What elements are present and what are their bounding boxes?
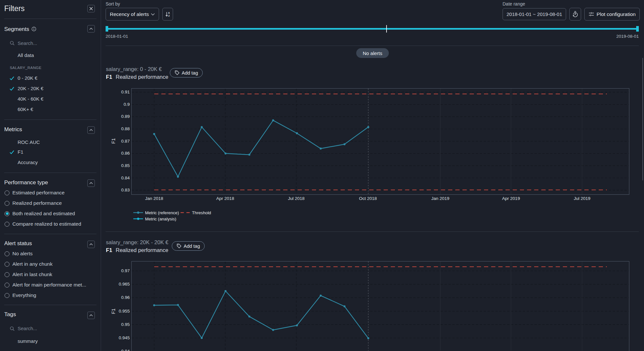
svg-text:Z: Z bbox=[168, 14, 170, 17]
svg-text:Metric (analysis): Metric (analysis) bbox=[145, 217, 176, 221]
svg-text:A: A bbox=[168, 11, 170, 14]
svg-text:Threshold: Threshold bbox=[192, 210, 211, 215]
svg-text:Metric (reference): Metric (reference) bbox=[145, 210, 179, 215]
